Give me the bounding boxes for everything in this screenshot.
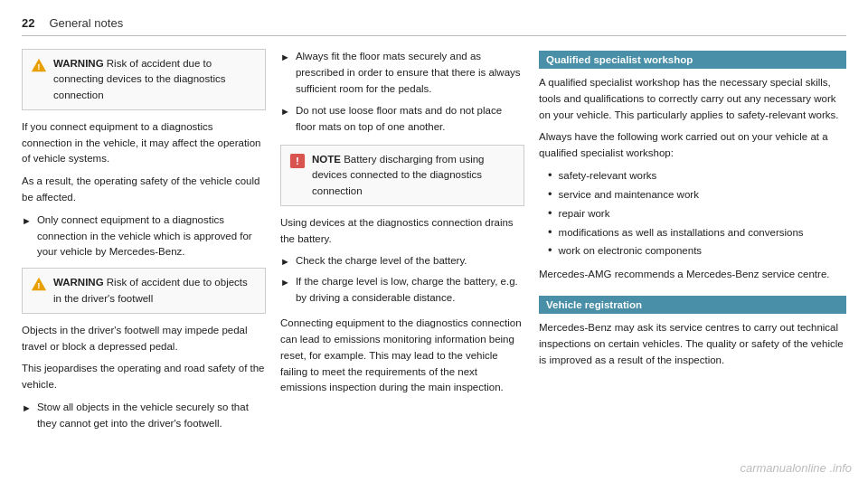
dot-icon-5: • xyxy=(548,243,552,259)
list-item-5: • work on electronic components xyxy=(548,243,846,260)
arrow-icon-3: ► xyxy=(280,50,290,65)
svg-text:!: ! xyxy=(37,280,40,290)
page: 22 General notes ! WARNING Risk of accid… xyxy=(0,0,868,482)
warning-icon-1: ! xyxy=(31,57,47,73)
warning-icon-2: ! xyxy=(31,276,47,292)
list-item-3: • repair work xyxy=(548,206,846,222)
arrow-icon-5: ► xyxy=(280,254,290,269)
header-title: General notes xyxy=(49,16,123,30)
col-left-para4: This jeopardises the operating and road … xyxy=(22,361,266,393)
section-header-1: Qualified specialist workshop xyxy=(539,51,846,69)
col-right: Qualified specialist workshop A qualifie… xyxy=(539,49,846,437)
list-item-4: • modifications as well as installations… xyxy=(548,225,846,241)
warning-box-2: ! WARNING Risk of accident due to object… xyxy=(22,268,266,314)
note-icon: ! xyxy=(289,153,306,169)
col-left-para3: Objects in the driver's footwell may imp… xyxy=(22,323,266,355)
section-header-2: Vehicle registration xyxy=(539,296,846,314)
note-text: NOTE Battery discharging from using devi… xyxy=(312,152,515,199)
col-mid-para1: Using devices at the diagnostics connect… xyxy=(280,215,524,248)
col-mid-bullet4: ► If the charge level is low, charge the… xyxy=(280,274,524,307)
warning-text-1: WARNING Risk of accident due to connecti… xyxy=(53,56,257,103)
note-box: ! NOTE Battery discharging from using de… xyxy=(280,145,524,206)
warning-text-2: WARNING Risk of accident due to objects … xyxy=(53,275,257,307)
col-right-s1-para3: Mercedes-AMG recommends a Mercedes-Benz … xyxy=(539,267,846,283)
col-left: ! WARNING Risk of accident due to connec… xyxy=(22,49,266,437)
arrow-icon-6: ► xyxy=(280,275,290,290)
col-mid-bullet3: ► Check the charge level of the battery. xyxy=(280,253,524,269)
warning-box-1: ! WARNING Risk of accident due to connec… xyxy=(22,49,266,110)
col-mid-para2: Connecting equipment to the diagnostics … xyxy=(280,316,524,396)
col-left-para1: If you connect equipment to a diagnostic… xyxy=(22,119,266,167)
arrow-icon-1: ► xyxy=(22,213,32,229)
arrow-icon-2: ► xyxy=(22,401,32,416)
dot-icon-3: • xyxy=(548,206,552,222)
content-area: ! WARNING Risk of accident due to connec… xyxy=(22,49,846,437)
col-left-bullet1: ► Only connect equipment to a diagnostic… xyxy=(22,213,266,260)
page-number: 22 xyxy=(22,16,34,30)
dot-icon-1: • xyxy=(548,168,552,184)
svg-text:!: ! xyxy=(296,155,299,166)
col-left-para2: As a result, the operating safety of the… xyxy=(22,174,266,206)
svg-text:!: ! xyxy=(37,61,40,71)
list-item-2: • service and maintenance work xyxy=(548,187,846,203)
arrow-icon-4: ► xyxy=(280,104,290,119)
col-left-bullet2: ► Stow all objects in the vehicle secure… xyxy=(22,400,266,432)
header-bar: 22 General notes xyxy=(22,16,846,36)
qualified-workshop-list: • safety-relevant works • service and ma… xyxy=(548,168,846,260)
col-mid-bullet1: ► Always fit the floor mats securely and… xyxy=(280,49,524,97)
col-right-s1-para1: A qualified specialist workshop has the … xyxy=(539,75,846,123)
col-middle: ► Always fit the floor mats securely and… xyxy=(280,49,524,437)
dot-icon-4: • xyxy=(548,225,552,241)
col-right-s1-para2: Always have the following work carried o… xyxy=(539,129,846,162)
col-right-s2-para1: Mercedes-Benz may ask its service centre… xyxy=(539,320,846,368)
col-mid-bullet2: ► Do not use loose floor mats and do not… xyxy=(280,103,524,136)
dot-icon-2: • xyxy=(548,187,552,203)
watermark: carmanualonline .info xyxy=(740,461,852,475)
list-item-1: • safety-relevant works xyxy=(548,168,846,184)
